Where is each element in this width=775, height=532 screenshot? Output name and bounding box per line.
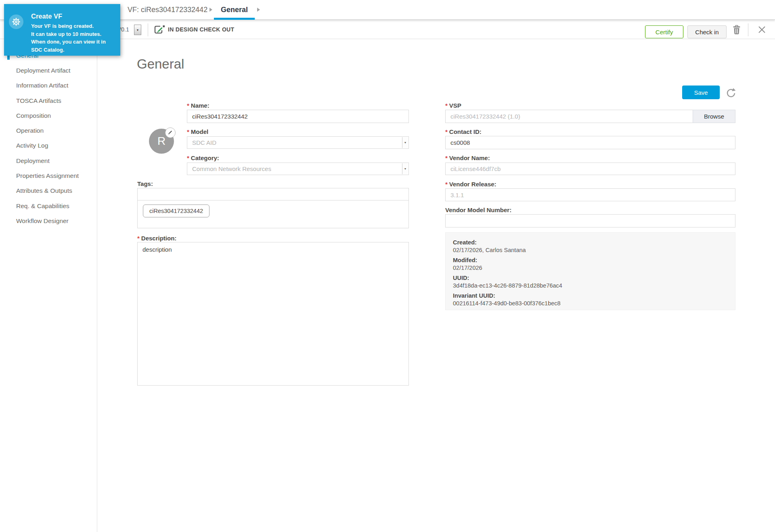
required-asterisk: * xyxy=(187,102,189,109)
description-textarea[interactable]: description xyxy=(137,242,409,386)
vsp-label: *VSP xyxy=(445,102,461,109)
sidebar-item-deployment-artifact[interactable]: Deployment Artifact xyxy=(0,63,97,78)
sidebar-item-tosca-artifacts[interactable]: TOSCA Artifacts xyxy=(0,93,97,108)
required-asterisk: * xyxy=(445,102,448,109)
tags-container: ciRes304172332442 xyxy=(137,200,409,228)
uuid-value: 3d4f18da-ec13-4c26-8879-81d28be76ac4 xyxy=(453,282,728,290)
vendor-name-label: *Vendor Name: xyxy=(445,154,490,161)
tags-label: Tags: xyxy=(137,180,153,187)
vendor-model-number-label: Vendor Model Number: xyxy=(445,207,511,213)
model-select[interactable]: SDC AID ▼ xyxy=(187,136,409,149)
sidebar-menu: General Deployment Artifact Information … xyxy=(0,48,97,229)
vendor-release-label: *Vendor Release: xyxy=(445,181,496,188)
close-icon xyxy=(758,29,766,35)
avatar-letter: R xyxy=(157,135,165,148)
tag-chip[interactable]: ciRes304172332442 xyxy=(143,204,209,217)
check-out-icon xyxy=(154,25,165,36)
vendor-name-input xyxy=(445,163,735,175)
tab-arrow-icon xyxy=(257,8,260,12)
invariant-uuid-value: 00216114-f473-49d0-be83-00f376c1bec8 xyxy=(453,300,728,307)
modified-label: Modifed: xyxy=(453,257,728,264)
sidebar-item-attributes-outputs[interactable]: Attributes & Outputs xyxy=(0,184,97,198)
tags-input[interactable] xyxy=(137,188,409,200)
name-input[interactable] xyxy=(187,110,409,123)
category-select[interactable]: Common Network Resources ▼ xyxy=(187,163,409,175)
required-asterisk: * xyxy=(187,154,189,161)
created-value: 02/17/2026, Carlos Santana xyxy=(453,246,728,254)
sidebar-item-activity-log[interactable]: Activity Log xyxy=(0,138,97,153)
contact-id-label: *Contact ID: xyxy=(445,128,482,135)
breadcrumb: VF: ciRes304172332442 xyxy=(128,0,207,20)
lifecycle-status: IN DESIGN CHECK OUT xyxy=(168,20,234,39)
chevron-down-icon: ▼ xyxy=(402,163,408,174)
delete-button[interactable] xyxy=(733,25,741,36)
check-in-button[interactable]: Check in xyxy=(687,25,727,38)
version-dropdown[interactable]: ▼ xyxy=(134,25,141,35)
sidebar-item-information-artifact[interactable]: Information Artifact xyxy=(0,78,97,93)
toast-message: Your VF is being created. It can take up… xyxy=(31,22,106,54)
refresh-icon xyxy=(725,93,736,99)
browse-button[interactable]: Browse xyxy=(693,110,735,123)
required-asterisk: * xyxy=(445,181,448,188)
description-label: *Description: xyxy=(137,235,176,242)
category-select-value: Common Network Resources xyxy=(192,165,271,172)
edit-icon-button[interactable] xyxy=(165,127,176,138)
uuid-label: UUID: xyxy=(453,274,728,282)
pencil-icon xyxy=(168,129,173,136)
sidebar-item-req-capabilities[interactable]: Req. & Capabilities xyxy=(0,198,97,213)
revert-button[interactable] xyxy=(725,88,736,98)
name-label: *Name: xyxy=(187,102,209,109)
required-asterisk: * xyxy=(187,128,189,135)
sidebar: General Deployment Artifact Information … xyxy=(0,39,97,532)
model-select-value: SDC AID xyxy=(192,139,216,146)
gear-icon xyxy=(9,15,23,29)
sdc-general-page: VF: ciRes304172332442 General V0.1 ▼ IN … xyxy=(0,0,775,532)
toolbar-divider xyxy=(748,23,748,36)
sidebar-item-operation[interactable]: Operation xyxy=(0,123,97,138)
sidebar-item-workflow-designer[interactable]: Workflow Designer xyxy=(0,213,97,228)
toolbar-divider xyxy=(148,23,148,36)
sidebar-item-composition[interactable]: Composition xyxy=(0,108,97,123)
model-label: *Model xyxy=(187,128,208,135)
chevron-down-icon: ▼ xyxy=(402,137,408,148)
invariant-uuid-label: Invariant UUID: xyxy=(453,292,728,300)
contact-id-input[interactable] xyxy=(445,136,735,149)
sidebar-item-deployment[interactable]: Deployment xyxy=(0,153,97,168)
required-asterisk: * xyxy=(445,128,448,135)
metadata-box: Created: 02/17/2026, Carlos Santana Modi… xyxy=(445,232,735,310)
close-button[interactable] xyxy=(758,26,766,35)
vendor-release-input xyxy=(445,188,735,201)
vsp-input xyxy=(445,110,693,123)
vendor-model-number-input[interactable] xyxy=(445,214,735,227)
page-title: General xyxy=(137,56,184,72)
required-asterisk: * xyxy=(445,154,448,161)
save-button[interactable]: Save xyxy=(682,86,720,99)
breadcrumb-arrow-icon xyxy=(209,8,212,12)
required-asterisk: * xyxy=(137,235,140,242)
toast-title: Create VF xyxy=(31,13,62,20)
toast-notification[interactable]: Create VF Your VF is being created. It c… xyxy=(4,4,120,56)
certify-button[interactable]: Certify xyxy=(645,25,683,38)
trash-icon xyxy=(733,30,741,36)
modified-value: 02/17/2026 xyxy=(453,264,728,272)
created-label: Created: xyxy=(453,239,728,246)
tab-general[interactable]: General xyxy=(214,0,255,20)
sidebar-item-properties-assignment[interactable]: Properties Assignment xyxy=(0,168,97,183)
category-label: *Category: xyxy=(187,154,219,161)
